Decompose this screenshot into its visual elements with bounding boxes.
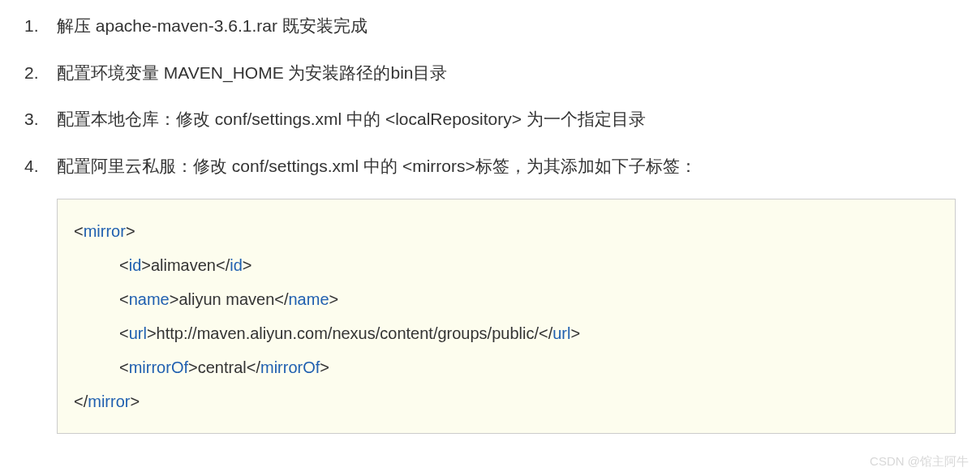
xml-bracket: < (74, 222, 84, 240)
xml-tag: url (552, 324, 570, 342)
xml-bracket: </ (74, 392, 88, 410)
code-block: <mirror><id>alimaven</id><name>aliyun ma… (57, 199, 956, 434)
xml-tag: id (230, 256, 243, 274)
xml-bracket: > (570, 324, 580, 342)
xml-bracket: > (126, 222, 135, 240)
xml-bracket: </ (539, 324, 552, 342)
xml-bracket: > (188, 358, 198, 376)
xml-bracket: > (243, 256, 252, 274)
xml-bracket: < (119, 358, 129, 376)
xml-tag: name (129, 290, 170, 308)
list-item: 配置阿里云私服：修改 conf/settings.xml 中的 <mirrors… (24, 152, 956, 180)
xml-bracket: > (130, 392, 140, 410)
xml-text: alimaven (151, 256, 216, 274)
code-line: <id>alimaven</id> (74, 248, 939, 282)
watermark: CSDN @馆主阿牛 (870, 454, 969, 470)
xml-bracket: > (170, 290, 179, 308)
xml-bracket: </ (274, 290, 288, 308)
xml-bracket: </ (216, 256, 230, 274)
code-line: </mirror> (74, 384, 939, 418)
xml-bracket: > (147, 324, 157, 342)
xml-bracket: > (320, 358, 329, 376)
xml-bracket: > (329, 290, 339, 308)
code-line: <url>http://maven.aliyun.com/nexus/conte… (74, 316, 939, 350)
xml-tag: mirrorOf (260, 358, 320, 376)
xml-bracket: > (141, 256, 151, 274)
xml-bracket: < (119, 256, 129, 274)
list-item: 配置环境变量 MAVEN_HOME 为安装路径的bin目录 (24, 59, 956, 87)
xml-tag: mirrorOf (129, 358, 188, 376)
xml-tag: url (129, 324, 147, 342)
xml-text: central (198, 358, 247, 376)
xml-bracket: < (119, 290, 129, 308)
xml-tag: name (289, 290, 329, 308)
xml-bracket: </ (247, 358, 260, 376)
code-line: <name>aliyun maven</name> (74, 282, 939, 316)
numbered-list: 解压 apache-maven-3.6.1.rar 既安装完成 配置环境变量 M… (24, 12, 956, 179)
code-line: <mirror> (74, 214, 939, 248)
xml-text: aliyun maven (178, 290, 274, 308)
xml-tag: id (129, 256, 142, 274)
list-item: 配置本地仓库：修改 conf/settings.xml 中的 <localRep… (24, 105, 956, 133)
xml-bracket: < (119, 324, 129, 342)
code-line: <mirrorOf>central</mirrorOf> (74, 350, 939, 384)
xml-tag: mirror (88, 392, 130, 410)
xml-tag: mirror (84, 222, 126, 240)
list-item: 解压 apache-maven-3.6.1.rar 既安装完成 (24, 12, 956, 40)
xml-text: http://maven.aliyun.com/nexus/content/gr… (157, 324, 539, 342)
